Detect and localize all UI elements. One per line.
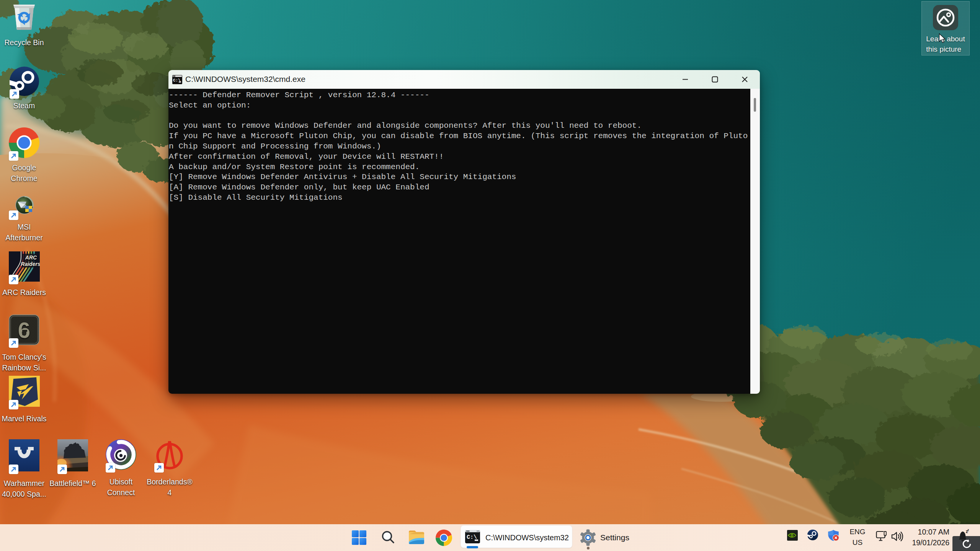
- svg-text:Raiders: Raiders: [21, 261, 40, 267]
- svg-text:z: z: [967, 529, 969, 532]
- svg-text:ARC: ARC: [24, 254, 37, 261]
